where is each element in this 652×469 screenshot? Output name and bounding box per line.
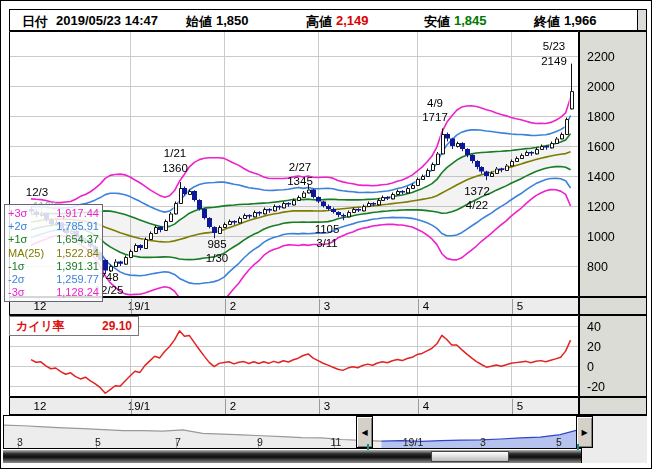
month-separator bbox=[512, 299, 513, 314]
navigator-tick: 5 bbox=[95, 436, 101, 448]
low-label: 安値 bbox=[424, 13, 450, 31]
scroll-left-icon: ◀ bbox=[361, 428, 367, 437]
selection-end-mark bbox=[577, 444, 579, 450]
kairi-rate-label-box: カイリ率 29.10 bbox=[9, 316, 139, 336]
bollinger-legend: +3σ1,917.44 +2σ1,785.91 +1σ1,654.37 MA(2… bbox=[4, 204, 103, 302]
month-separator bbox=[319, 399, 320, 414]
axis-corner bbox=[579, 297, 647, 315]
month-separator bbox=[225, 299, 226, 314]
horizontal-scrollbar[interactable] bbox=[3, 450, 581, 463]
navigator-tick: 9 bbox=[257, 436, 263, 448]
high-value: 2,149 bbox=[336, 13, 369, 28]
month-separator bbox=[418, 399, 419, 414]
navigator-canvas[interactable] bbox=[4, 416, 580, 448]
month-tick: 2 bbox=[230, 300, 236, 312]
month-separator bbox=[131, 299, 132, 314]
high-label: 高値 bbox=[306, 13, 332, 31]
kairi-tick: 40 bbox=[587, 320, 601, 334]
price-tick: 800 bbox=[587, 260, 608, 274]
date-value: 2019/05/23 14:47 bbox=[56, 13, 158, 28]
legend-row: +1σ1,654.37 bbox=[8, 233, 99, 246]
price-tick: 1800 bbox=[587, 110, 615, 124]
navigator-tick: 3 bbox=[17, 436, 23, 448]
date-label: 日付 bbox=[22, 13, 48, 31]
kairi-axis-panel: 40 20 0 -20 bbox=[579, 315, 647, 397]
month-tick: 3 bbox=[324, 400, 330, 412]
scroll-right-icon: ▶ bbox=[581, 428, 587, 437]
month-tick: 5 bbox=[517, 400, 523, 412]
price-tick: 1600 bbox=[587, 140, 615, 154]
open-value: 1,850 bbox=[216, 13, 249, 28]
ohlc-info-bar: 日付 2019/05/23 14:47 始値 1,850 高値 2,149 安値… bbox=[9, 9, 638, 31]
kairi-label: カイリ率 bbox=[16, 318, 65, 335]
close-label: 終値 bbox=[534, 13, 560, 31]
kairi-value: 29.10 bbox=[102, 319, 132, 333]
range-navigator[interactable]: 35791119/135 bbox=[3, 415, 581, 449]
month-tick: 5 bbox=[517, 300, 523, 312]
month-tick: 2 bbox=[230, 400, 236, 412]
legend-row: +2σ1,785.91 bbox=[8, 220, 99, 233]
navigator-tick: 7 bbox=[175, 436, 181, 448]
month-axis-strip-kairi: 12 19/1 2 3 4 5 bbox=[9, 397, 579, 415]
navigator-tick: 3 bbox=[480, 436, 486, 448]
month-separator bbox=[319, 299, 320, 314]
month-tick: 4 bbox=[423, 400, 429, 412]
legend-row: -1σ1,391.31 bbox=[8, 260, 99, 273]
month-separator bbox=[225, 399, 226, 414]
kairi-tick: -20 bbox=[587, 380, 605, 394]
selection-start-mark bbox=[367, 444, 369, 450]
legend-row: -3σ1,128.24 bbox=[8, 286, 99, 299]
kairi-tick: 20 bbox=[587, 340, 601, 354]
stock-chart-window: 日付 2019/05/23 14:47 始値 1,850 高値 2,149 安値… bbox=[0, 0, 652, 469]
scrollbar-thumb[interactable] bbox=[431, 451, 509, 462]
navigator-tick: 19/1 bbox=[403, 436, 423, 448]
price-tick: 2200 bbox=[587, 50, 615, 64]
info-bar-corner bbox=[637, 9, 647, 31]
legend-row: -2σ1,259.77 bbox=[8, 273, 99, 286]
price-tick: 1400 bbox=[587, 170, 615, 184]
low-value: 1,845 bbox=[454, 13, 487, 28]
price-tick: 1000 bbox=[587, 230, 615, 244]
legend-row: +3σ1,917.44 bbox=[8, 207, 99, 220]
close-value: 1,966 bbox=[564, 13, 597, 28]
month-tick: 12 bbox=[34, 400, 47, 412]
legend-row: MA(25)1,522.84 bbox=[8, 247, 99, 260]
price-tick: 1200 bbox=[587, 200, 615, 214]
month-tick: 3 bbox=[324, 300, 330, 312]
month-tick: 4 bbox=[423, 300, 429, 312]
month-separator bbox=[131, 399, 132, 414]
price-axis-panel: 2200 2000 1800 1600 1400 1200 1000 800 bbox=[579, 31, 647, 297]
scroll-left-button[interactable]: ◀ bbox=[356, 416, 373, 448]
kairi-tick: 0 bbox=[587, 360, 594, 374]
month-separator bbox=[512, 399, 513, 414]
navigator-tick: 5 bbox=[556, 436, 562, 448]
navigator-tick: 11 bbox=[331, 436, 342, 448]
month-separator bbox=[418, 299, 419, 314]
price-tick: 2000 bbox=[587, 80, 615, 94]
axis-corner bbox=[579, 397, 647, 415]
open-label: 始値 bbox=[186, 13, 212, 31]
